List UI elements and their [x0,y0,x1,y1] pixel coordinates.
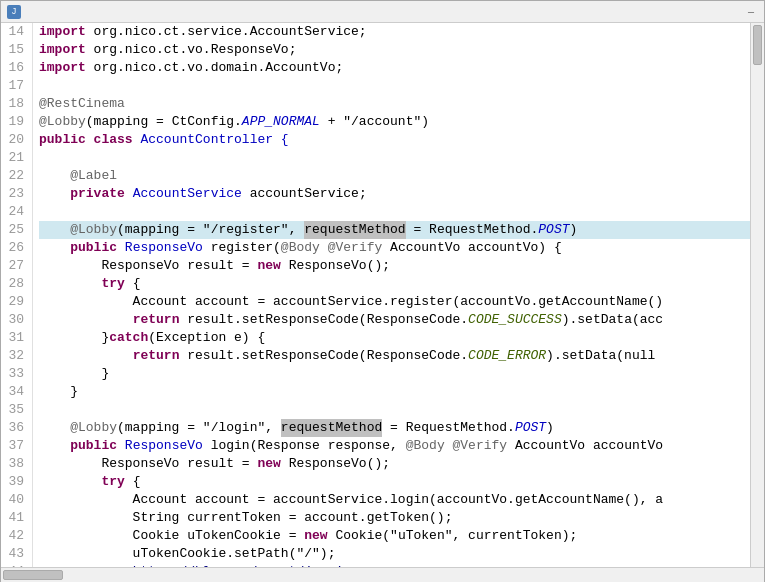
code-line: return result.setResponseCode(ResponseCo… [39,311,750,329]
line-number: 34 [5,383,24,401]
line-number: 37 [5,437,24,455]
line-number: 20 [5,131,24,149]
editor-area: 1415161718192021222324252627282930313233… [1,23,764,567]
file-icon: J [7,5,21,19]
line-numbers: 1415161718192021222324252627282930313233… [1,23,33,567]
line-number: 17 [5,77,24,95]
code-line: public ResponseVo register(@Body @Verify… [39,239,750,257]
line-number: 32 [5,347,24,365]
line-number: 42 [5,527,24,545]
h-scrollbar-thumb[interactable] [3,570,63,580]
code-line: } [39,383,750,401]
main-window: J — 141516171819202122232425262728293031… [0,0,765,582]
line-number: 18 [5,95,24,113]
code-line: @Lobby(mapping = CtConfig.APP_NORMAL + "… [39,113,750,131]
code-line: public ResponseVo login(Response respons… [39,437,750,455]
line-number: 24 [5,203,24,221]
code-line: private AccountService accountService; [39,185,750,203]
line-number: 36 [5,419,24,437]
code-line: import org.nico.ct.service.AccountServic… [39,23,750,41]
code-line: @Lobby(mapping = "/register", requestMet… [39,221,750,239]
line-number: 16 [5,59,24,77]
line-number: 28 [5,275,24,293]
code-line: @RestCinema [39,95,750,113]
code-area[interactable]: import org.nico.ct.service.AccountServic… [33,23,750,567]
line-number: 35 [5,401,24,419]
code-line: uTokenCookie.setPath("/"); [39,545,750,563]
line-number: 33 [5,365,24,383]
line-number: 43 [5,545,24,563]
line-number: 14 [5,23,24,41]
horizontal-scrollbar[interactable] [1,568,764,582]
line-number: 41 [5,509,24,527]
code-line [39,203,750,221]
bottom-bar [1,567,764,581]
code-line: }catch(Exception e) { [39,329,750,347]
code-line: Cookie uTokenCookie = new Cookie("uToken… [39,527,750,545]
code-line: @Label [39,167,750,185]
line-number: 22 [5,167,24,185]
code-line [39,401,750,419]
code-line: return result.setResponseCode(ResponseCo… [39,347,750,365]
code-line: try { [39,473,750,491]
title-bar-left: J [7,5,29,19]
line-number: 21 [5,149,24,167]
line-number: 25 [5,221,24,239]
line-number: 27 [5,257,24,275]
line-number: 15 [5,41,24,59]
code-line: try { [39,275,750,293]
line-number: 38 [5,455,24,473]
line-number: 26 [5,239,24,257]
code-line: String currentToken = account.getToken()… [39,509,750,527]
line-number: 19 [5,113,24,131]
code-line: import org.nico.ct.vo.ResponseVo; [39,41,750,59]
code-line [39,149,750,167]
vertical-scrollbar[interactable] [750,23,764,567]
code-line: ResponseVo result = new ResponseVo(); [39,455,750,473]
window-controls: — [744,6,758,18]
minimize-button[interactable]: — [744,7,758,18]
code-line: Account account = accountService.login(a… [39,491,750,509]
title-bar: J — [1,1,764,23]
line-number: 39 [5,473,24,491]
code-line: } [39,365,750,383]
scrollbar-thumb[interactable] [753,25,762,65]
code-line: import org.nico.ct.vo.domain.AccountVo; [39,59,750,77]
line-number: 29 [5,293,24,311]
line-number: 23 [5,185,24,203]
code-line [39,77,750,95]
code-line: public class AccountController { [39,131,750,149]
code-line: ResponseVo result = new ResponseVo(); [39,257,750,275]
line-number: 30 [5,311,24,329]
code-line: Account account = accountService.registe… [39,293,750,311]
line-number: 31 [5,329,24,347]
line-number: 40 [5,491,24,509]
code-line: @Lobby(mapping = "/login", requestMethod… [39,419,750,437]
